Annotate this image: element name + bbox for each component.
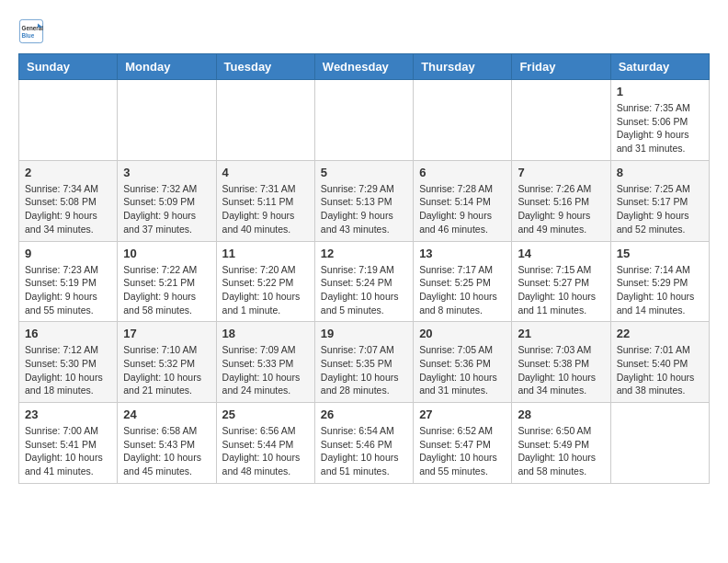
day-number: 24 xyxy=(123,408,210,421)
day-info: Sunrise: 7:00 AM Sunset: 5:41 PM Dayligh… xyxy=(25,424,111,478)
day-number: 3 xyxy=(123,166,210,179)
logo: General Blue xyxy=(18,18,44,44)
day-info: Sunrise: 7:32 AM Sunset: 5:09 PM Dayligh… xyxy=(123,182,210,236)
day-info: Sunrise: 7:34 AM Sunset: 5:08 PM Dayligh… xyxy=(25,182,111,236)
day-number: 10 xyxy=(123,247,210,260)
day-info: Sunrise: 7:12 AM Sunset: 5:30 PM Dayligh… xyxy=(25,343,111,397)
day-number: 12 xyxy=(321,247,407,260)
day-number: 14 xyxy=(518,247,604,260)
day-number: 5 xyxy=(321,166,407,179)
weekday-header-wednesday: Wednesday xyxy=(314,54,413,80)
calendar-week-row: 16Sunrise: 7:12 AM Sunset: 5:30 PM Dayli… xyxy=(19,322,710,403)
calendar-cell: 6Sunrise: 7:28 AM Sunset: 5:14 PM Daylig… xyxy=(414,160,512,241)
calendar-cell xyxy=(216,80,314,161)
calendar-cell: 4Sunrise: 7:31 AM Sunset: 5:11 PM Daylig… xyxy=(216,160,314,241)
calendar-cell: 18Sunrise: 7:09 AM Sunset: 5:33 PM Dayli… xyxy=(216,322,314,403)
day-info: Sunrise: 7:15 AM Sunset: 5:27 PM Dayligh… xyxy=(518,263,604,317)
calendar-cell: 27Sunrise: 6:52 AM Sunset: 5:47 PM Dayli… xyxy=(414,403,512,484)
day-info: Sunrise: 7:01 AM Sunset: 5:40 PM Dayligh… xyxy=(617,343,703,397)
calendar-cell: 22Sunrise: 7:01 AM Sunset: 5:40 PM Dayli… xyxy=(610,322,709,403)
day-number: 28 xyxy=(518,408,604,421)
calendar-week-row: 23Sunrise: 7:00 AM Sunset: 5:41 PM Dayli… xyxy=(19,403,710,484)
day-info: Sunrise: 7:25 AM Sunset: 5:17 PM Dayligh… xyxy=(617,182,703,236)
day-info: Sunrise: 7:10 AM Sunset: 5:32 PM Dayligh… xyxy=(123,343,210,397)
calendar-cell xyxy=(314,80,413,161)
calendar-cell: 13Sunrise: 7:17 AM Sunset: 5:25 PM Dayli… xyxy=(414,241,512,322)
calendar-week-row: 2Sunrise: 7:34 AM Sunset: 5:08 PM Daylig… xyxy=(19,160,710,241)
day-info: Sunrise: 7:03 AM Sunset: 5:38 PM Dayligh… xyxy=(518,343,604,397)
day-info: Sunrise: 7:14 AM Sunset: 5:29 PM Dayligh… xyxy=(617,263,703,317)
day-number: 16 xyxy=(25,327,111,340)
calendar-header-row: SundayMondayTuesdayWednesdayThursdayFrid… xyxy=(19,54,710,80)
calendar-cell: 20Sunrise: 7:05 AM Sunset: 5:36 PM Dayli… xyxy=(414,322,512,403)
calendar-cell: 21Sunrise: 7:03 AM Sunset: 5:38 PM Dayli… xyxy=(512,322,610,403)
day-number: 15 xyxy=(617,247,703,260)
day-info: Sunrise: 7:29 AM Sunset: 5:13 PM Dayligh… xyxy=(321,182,407,236)
weekday-header-tuesday: Tuesday xyxy=(216,54,314,80)
day-number: 18 xyxy=(222,327,309,340)
calendar-cell: 10Sunrise: 7:22 AM Sunset: 5:21 PM Dayli… xyxy=(118,241,216,322)
calendar-cell: 15Sunrise: 7:14 AM Sunset: 5:29 PM Dayli… xyxy=(610,241,709,322)
calendar-cell: 8Sunrise: 7:25 AM Sunset: 5:17 PM Daylig… xyxy=(610,160,709,241)
day-number: 21 xyxy=(518,327,604,340)
day-number: 19 xyxy=(321,327,407,340)
calendar-cell: 19Sunrise: 7:07 AM Sunset: 5:35 PM Dayli… xyxy=(314,322,413,403)
calendar-table: SundayMondayTuesdayWednesdayThursdayFrid… xyxy=(18,53,710,484)
day-info: Sunrise: 7:35 AM Sunset: 5:06 PM Dayligh… xyxy=(617,101,703,155)
day-info: Sunrise: 6:52 AM Sunset: 5:47 PM Dayligh… xyxy=(419,424,506,478)
calendar-cell: 1Sunrise: 7:35 AM Sunset: 5:06 PM Daylig… xyxy=(610,80,709,161)
day-number: 17 xyxy=(123,327,210,340)
calendar-cell: 28Sunrise: 6:50 AM Sunset: 5:49 PM Dayli… xyxy=(512,403,610,484)
day-info: Sunrise: 7:09 AM Sunset: 5:33 PM Dayligh… xyxy=(222,343,309,397)
calendar-cell xyxy=(512,80,610,161)
day-info: Sunrise: 6:54 AM Sunset: 5:46 PM Dayligh… xyxy=(321,424,407,478)
day-number: 1 xyxy=(617,85,703,98)
weekday-header-saturday: Saturday xyxy=(610,54,709,80)
calendar-cell: 12Sunrise: 7:19 AM Sunset: 5:24 PM Dayli… xyxy=(314,241,413,322)
day-info: Sunrise: 7:07 AM Sunset: 5:35 PM Dayligh… xyxy=(321,343,407,397)
day-info: Sunrise: 7:22 AM Sunset: 5:21 PM Dayligh… xyxy=(123,263,210,317)
day-number: 7 xyxy=(518,166,604,179)
calendar-cell: 9Sunrise: 7:23 AM Sunset: 5:19 PM Daylig… xyxy=(19,241,118,322)
day-info: Sunrise: 7:19 AM Sunset: 5:24 PM Dayligh… xyxy=(321,263,407,317)
day-info: Sunrise: 7:20 AM Sunset: 5:22 PM Dayligh… xyxy=(222,263,309,317)
calendar-cell: 7Sunrise: 7:26 AM Sunset: 5:16 PM Daylig… xyxy=(512,160,610,241)
calendar-cell: 2Sunrise: 7:34 AM Sunset: 5:08 PM Daylig… xyxy=(19,160,118,241)
svg-rect-0 xyxy=(19,19,42,42)
day-number: 23 xyxy=(25,408,111,421)
calendar-cell: 11Sunrise: 7:20 AM Sunset: 5:22 PM Dayli… xyxy=(216,241,314,322)
day-number: 2 xyxy=(25,166,111,179)
day-number: 22 xyxy=(617,327,703,340)
calendar-cell xyxy=(610,403,709,484)
day-info: Sunrise: 6:58 AM Sunset: 5:43 PM Dayligh… xyxy=(123,424,210,478)
weekday-header-thursday: Thursday xyxy=(414,54,512,80)
day-number: 11 xyxy=(222,247,309,260)
calendar-cell xyxy=(19,80,118,161)
day-number: 26 xyxy=(321,408,407,421)
day-number: 4 xyxy=(222,166,309,179)
day-info: Sunrise: 7:23 AM Sunset: 5:19 PM Dayligh… xyxy=(25,263,111,317)
day-info: Sunrise: 7:05 AM Sunset: 5:36 PM Dayligh… xyxy=(419,343,506,397)
day-number: 13 xyxy=(419,247,506,260)
day-info: Sunrise: 7:31 AM Sunset: 5:11 PM Dayligh… xyxy=(222,182,309,236)
calendar-cell: 5Sunrise: 7:29 AM Sunset: 5:13 PM Daylig… xyxy=(314,160,413,241)
day-number: 25 xyxy=(222,408,309,421)
calendar-cell: 26Sunrise: 6:54 AM Sunset: 5:46 PM Dayli… xyxy=(314,403,413,484)
day-info: Sunrise: 7:28 AM Sunset: 5:14 PM Dayligh… xyxy=(419,182,506,236)
calendar-week-row: 1Sunrise: 7:35 AM Sunset: 5:06 PM Daylig… xyxy=(19,80,710,161)
day-number: 9 xyxy=(25,247,111,260)
calendar-cell: 14Sunrise: 7:15 AM Sunset: 5:27 PM Dayli… xyxy=(512,241,610,322)
calendar-cell xyxy=(414,80,512,161)
calendar-cell xyxy=(118,80,216,161)
weekday-header-sunday: Sunday xyxy=(19,54,118,80)
calendar-cell: 16Sunrise: 7:12 AM Sunset: 5:30 PM Dayli… xyxy=(19,322,118,403)
day-info: Sunrise: 7:26 AM Sunset: 5:16 PM Dayligh… xyxy=(518,182,604,236)
day-info: Sunrise: 7:17 AM Sunset: 5:25 PM Dayligh… xyxy=(419,263,506,317)
day-number: 8 xyxy=(617,166,703,179)
day-number: 27 xyxy=(419,408,506,421)
calendar-cell: 17Sunrise: 7:10 AM Sunset: 5:32 PM Dayli… xyxy=(118,322,216,403)
weekday-header-monday: Monday xyxy=(118,54,216,80)
day-number: 6 xyxy=(419,166,506,179)
calendar-cell: 25Sunrise: 6:56 AM Sunset: 5:44 PM Dayli… xyxy=(216,403,314,484)
calendar-week-row: 9Sunrise: 7:23 AM Sunset: 5:19 PM Daylig… xyxy=(19,241,710,322)
